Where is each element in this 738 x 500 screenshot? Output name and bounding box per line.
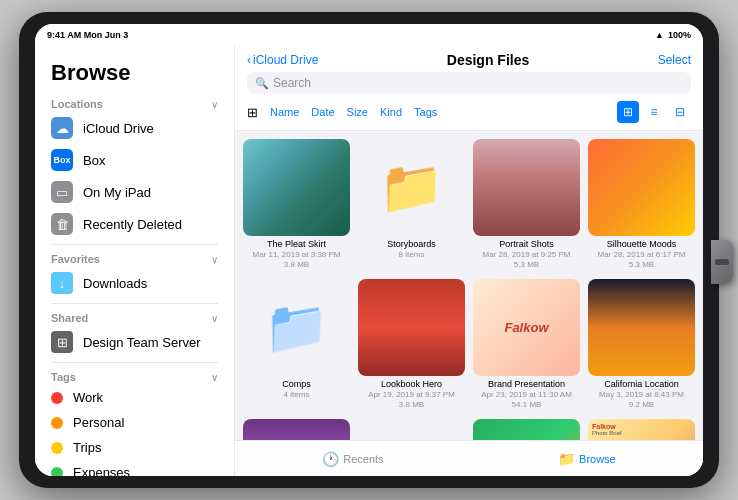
portrait-shots-name: Portrait Shots	[499, 239, 554, 250]
comps-name: Comps	[282, 379, 311, 390]
pleat-skirt-name: The Pleat Skirt	[267, 239, 326, 250]
file-item-proposals[interactable]: 📁 Proposals 3 items	[358, 419, 465, 440]
color-inspiration-thumb	[473, 419, 580, 440]
sort-name-btn[interactable]: Name	[270, 106, 299, 118]
tab-bar: 🕐 Recents 📁 Browse	[235, 440, 703, 476]
sidebar-item-downloads[interactable]: ↓ Downloads	[35, 267, 234, 299]
file-item-california-location[interactable]: California Location May 3, 2019 at 8:43 …	[588, 279, 695, 411]
file-item-portrait-shots[interactable]: Portrait Shots Mar 28, 2019 at 9:25 PM5.…	[473, 139, 580, 271]
file-item-photoshoot-brief[interactable]: Falkow Photo Brief Photoshoot Brief May …	[588, 419, 695, 440]
photoshoot-brief-image: Falkow Photo Brief	[588, 419, 695, 440]
status-time: 9:41 AM Mon Jun 3	[47, 30, 128, 40]
back-button[interactable]: ‹ iCloud Drive	[247, 53, 318, 67]
divider-1	[51, 244, 218, 245]
sidebar-item-icloud-drive[interactable]: ☁ iCloud Drive	[35, 112, 234, 144]
sidebar-item-design-team-server[interactable]: ⊞ Design Team Server	[35, 326, 234, 358]
tags-label: Tags	[51, 371, 76, 383]
time-display: 9:41 AM Mon Jun 3	[47, 30, 128, 40]
search-icon: 🔍	[255, 77, 269, 90]
file-item-comps[interactable]: 📁 Comps 4 items	[243, 279, 350, 411]
search-placeholder: Search	[273, 76, 311, 90]
search-bar[interactable]: 🔍 Search	[247, 72, 691, 94]
list-view-button[interactable]: ≡	[643, 101, 665, 123]
portrait-shots-meta: Mar 28, 2019 at 9:25 PM5.3 MB	[482, 250, 570, 271]
california-location-thumb	[588, 279, 695, 376]
sort-size-btn[interactable]: Size	[347, 106, 368, 118]
downloads-icon: ↓	[51, 272, 73, 294]
shared-chevron: ∨	[211, 313, 218, 324]
file-item-silhouette-moods[interactable]: Silhouette Moods Mar 28, 2019 at 6:17 PM…	[588, 139, 695, 271]
sidebar: Browse Locations ∨ ☁ iCloud Drive Box Bo…	[35, 46, 235, 476]
recents-label: Recents	[343, 453, 383, 465]
silhouette-moods-thumb	[588, 139, 695, 236]
ipad-icon: ▭	[51, 181, 73, 203]
browse-icon: 📁	[558, 451, 575, 467]
battery-display: 100%	[668, 30, 691, 40]
select-button[interactable]: Select	[658, 53, 691, 67]
sidebar-item-work[interactable]: Work	[35, 385, 234, 410]
sidebar-item-trips[interactable]: Trips	[35, 435, 234, 460]
tab-recents[interactable]: 🕐 Recents	[322, 451, 383, 467]
file-item-storyboards[interactable]: 📁 Storyboards 8 items	[358, 139, 465, 271]
trips-tag-dot	[51, 442, 63, 454]
downloads-label: Downloads	[83, 276, 147, 291]
sidebar-item-personal[interactable]: Personal	[35, 410, 234, 435]
tags-section-header[interactable]: Tags ∨	[35, 367, 234, 385]
recents-icon: 🕐	[322, 451, 339, 467]
work-tag-label: Work	[73, 390, 103, 405]
grid-view-button[interactable]: ⊞	[617, 101, 639, 123]
column-view-button[interactable]: ⊟	[669, 101, 691, 123]
usb-connector	[715, 259, 729, 265]
pleat-skirt-meta: Mar 11, 2019 at 3:38 PM3.8 MB	[252, 250, 340, 271]
storyboards-name: Storyboards	[387, 239, 436, 250]
file-item-color-inspiration[interactable]: Color Inspiration May 6, 2019 at 5:34 PM…	[473, 419, 580, 440]
sort-tags-btn[interactable]: Tags	[414, 106, 437, 118]
locations-label: Locations	[51, 98, 103, 110]
file-item-lookbook-hero[interactable]: Lookbook Hero Apr 19, 2019 at 9:37 PM3.8…	[358, 279, 465, 411]
sort-kind-btn[interactable]: Kind	[380, 106, 402, 118]
box-icon: Box	[51, 149, 73, 171]
work-tag-dot	[51, 392, 63, 404]
lookbook-hero-name: Lookbook Hero	[381, 379, 442, 390]
brand-presentation-name: Brand Presentation	[488, 379, 565, 390]
portrait-shots-image	[473, 139, 580, 236]
sidebar-item-expenses[interactable]: Expenses	[35, 460, 234, 476]
lookbook-hero-thumb	[358, 279, 465, 376]
portrait-shots-thumb	[473, 139, 580, 236]
sidebar-item-on-my-ipad[interactable]: ▭ On My iPad	[35, 176, 234, 208]
sidebar-title: Browse	[35, 54, 234, 94]
file-item-brand-presentation[interactable]: Falkow Brand Presentation Apr 23, 2019 a…	[473, 279, 580, 411]
sidebar-item-box[interactable]: Box Box	[35, 144, 234, 176]
trash-icon: 🗑	[51, 213, 73, 235]
plum-jacket-thumb	[243, 419, 350, 440]
wifi-icon: ▲	[655, 30, 664, 40]
brand-text: Falkow	[504, 320, 548, 335]
comps-thumb: 📁	[243, 279, 350, 376]
browse-label: Browse	[579, 453, 616, 465]
folder-icon-comps: 📁	[264, 297, 329, 358]
filter-icon[interactable]: ⊞	[247, 105, 258, 120]
sidebar-item-recently-deleted[interactable]: 🗑 Recently Deleted	[35, 208, 234, 240]
browser-title: Design Files	[447, 52, 529, 68]
shared-section-header[interactable]: Shared ∨	[35, 308, 234, 326]
file-item-plum-jacket[interactable]: Plum Jacket May 4, 2019 at 4:22 PM1.6 MB	[243, 419, 350, 440]
pleat-skirt-image	[243, 139, 350, 236]
storyboards-thumb: 📁	[358, 139, 465, 236]
tab-browse[interactable]: 📁 Browse	[558, 451, 616, 467]
brand-presentation-thumb: Falkow	[473, 279, 580, 376]
locations-section-header[interactable]: Locations ∨	[35, 94, 234, 112]
lookbook-hero-image	[358, 279, 465, 376]
favorites-section-header[interactable]: Favorites ∨	[35, 249, 234, 267]
silhouette-moods-name: Silhouette Moods	[607, 239, 677, 250]
lookbook-hero-meta: Apr 19, 2019 at 9:37 PM3.8 MB	[368, 390, 455, 411]
back-label: iCloud Drive	[253, 53, 318, 67]
sort-date-btn[interactable]: Date	[311, 106, 334, 118]
expenses-tag-label: Expenses	[73, 465, 130, 476]
status-indicators: ▲ 100%	[655, 30, 691, 40]
file-item-pleat-skirt[interactable]: The Pleat Skirt Mar 11, 2019 at 3:38 PM3…	[243, 139, 350, 271]
icloud-drive-label: iCloud Drive	[83, 121, 154, 136]
proposals-thumb: 📁	[358, 419, 465, 440]
usb-dongle	[711, 240, 733, 284]
on-my-ipad-label: On My iPad	[83, 185, 151, 200]
photoshoot-brief-thumb: Falkow Photo Brief	[588, 419, 695, 440]
